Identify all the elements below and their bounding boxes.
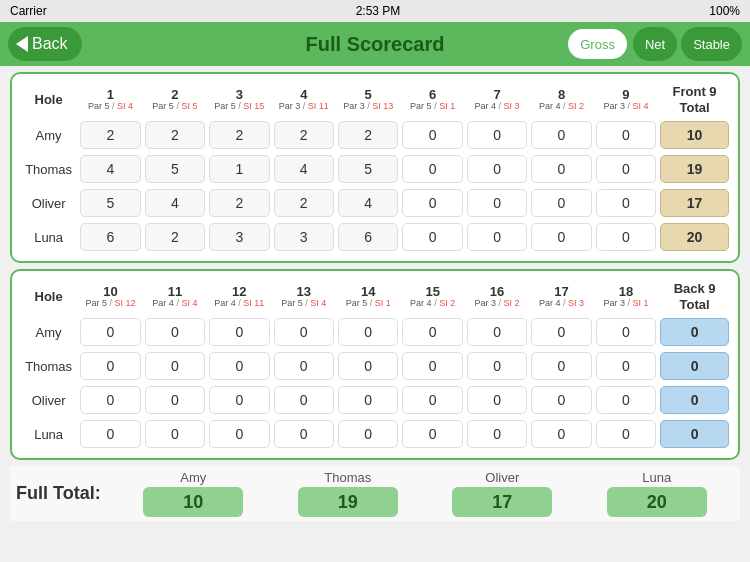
amy-hole5[interactable]: 2 [337,119,399,151]
thomas-hole17[interactable]: 0 [530,350,592,382]
oliver-hole12[interactable]: 0 [208,384,270,416]
luna-hole17[interactable]: 0 [530,418,592,450]
oliver-hole6[interactable]: 0 [401,187,463,219]
thomas-front-total: 19 [659,153,730,185]
oliver-hole1[interactable]: 5 [79,187,141,219]
amy-hole14[interactable]: 0 [337,316,399,348]
thomas-hole11[interactable]: 0 [144,350,206,382]
hole-6-header: 6 Par 5 / SI 1 [401,82,463,117]
oliver-hole11[interactable]: 0 [144,384,206,416]
oliver-hole10[interactable]: 0 [79,384,141,416]
amy-hole3[interactable]: 2 [208,119,270,151]
luna-hole6[interactable]: 0 [401,221,463,253]
hole-16-header: 16 Par 3 / SI 2 [466,279,528,314]
luna-hole10[interactable]: 0 [79,418,141,450]
back9-luna-row: Luna 0 0 0 0 0 0 0 0 0 0 [20,418,730,450]
hole-10-header: 10 Par 5 / SI 12 [79,279,141,314]
amy-hole13[interactable]: 0 [273,316,335,348]
amy-front-total: 10 [659,119,730,151]
oliver-hole5[interactable]: 4 [337,187,399,219]
hole-12-header: 12 Par 4 / SI 11 [208,279,270,314]
tab-stable[interactable]: Stable [681,27,742,61]
oliver-hole3[interactable]: 2 [208,187,270,219]
luna-hole13[interactable]: 0 [273,418,335,450]
thomas-hole14[interactable]: 0 [337,350,399,382]
oliver-hole9[interactable]: 0 [595,187,657,219]
amy-hole12[interactable]: 0 [208,316,270,348]
back-button-label: Back [32,35,68,53]
time-label: 2:53 PM [356,4,401,18]
luna-hole8[interactable]: 0 [530,221,592,253]
thomas-hole6[interactable]: 0 [401,153,463,185]
luna-hole2[interactable]: 2 [144,221,206,253]
oliver-hole18[interactable]: 0 [595,384,657,416]
luna-hole7[interactable]: 0 [466,221,528,253]
amy-hole2[interactable]: 2 [144,119,206,151]
thomas-hole16[interactable]: 0 [466,350,528,382]
oliver-hole14[interactable]: 0 [337,384,399,416]
tab-net[interactable]: Net [633,27,677,61]
oliver-hole17[interactable]: 0 [530,384,592,416]
hole-8-header: 8 Par 4 / SI 2 [530,82,592,117]
amy-hole6[interactable]: 0 [401,119,463,151]
amy-total-name: Amy [180,470,206,485]
thomas-hole8[interactable]: 0 [530,153,592,185]
full-total-label: Full Total: [16,483,116,504]
luna-hole11[interactable]: 0 [144,418,206,450]
hole-5-header: 5 Par 3 / SI 13 [337,82,399,117]
thomas-hole15[interactable]: 0 [401,350,463,382]
luna-hole1[interactable]: 6 [79,221,141,253]
amy-hole1[interactable]: 2 [79,119,141,151]
oliver-back-total: 0 [659,384,730,416]
full-total-section: Full Total: Amy 10 Thomas 19 Oliver 17 L… [10,466,740,521]
amy-hole4[interactable]: 2 [273,119,335,151]
amy-hole18[interactable]: 0 [595,316,657,348]
front9-luna-row: Luna 6 2 3 3 6 0 0 0 0 20 [20,221,730,253]
oliver-hole13[interactable]: 0 [273,384,335,416]
oliver-hole2[interactable]: 4 [144,187,206,219]
luna-hole18[interactable]: 0 [595,418,657,450]
front9-table: Hole 1 Par 5 / SI 4 2 Par 5 / SI 5 3 Par… [18,80,732,255]
back9-header-row: Hole 10 Par 5 / SI 12 11 Par 4 / SI 4 12… [20,279,730,314]
thomas-hole9[interactable]: 0 [595,153,657,185]
thomas-hole5[interactable]: 5 [337,153,399,185]
thomas-hole2[interactable]: 5 [144,153,206,185]
thomas-hole18[interactable]: 0 [595,350,657,382]
luna-hole3[interactable]: 3 [208,221,270,253]
tab-gross[interactable]: Gross [566,27,629,61]
thomas-hole7[interactable]: 0 [466,153,528,185]
back9-thomas-row: Thomas 0 0 0 0 0 0 0 0 0 0 [20,350,730,382]
thomas-hole3[interactable]: 1 [208,153,270,185]
back-button[interactable]: Back [8,27,82,61]
amy-hole15[interactable]: 0 [401,316,463,348]
back9-amy-row: Amy 0 0 0 0 0 0 0 0 0 0 [20,316,730,348]
amy-hole16[interactable]: 0 [466,316,528,348]
amy-hole8[interactable]: 0 [530,119,592,151]
front9-section: Hole 1 Par 5 / SI 4 2 Par 5 / SI 5 3 Par… [10,72,740,263]
luna-hole16[interactable]: 0 [466,418,528,450]
oliver-hole15[interactable]: 0 [401,384,463,416]
luna-hole12[interactable]: 0 [208,418,270,450]
luna-hole5[interactable]: 6 [337,221,399,253]
luna-hole9[interactable]: 0 [595,221,657,253]
oliver-hole8[interactable]: 0 [530,187,592,219]
oliver-hole16[interactable]: 0 [466,384,528,416]
amy-hole17[interactable]: 0 [530,316,592,348]
luna-hole15[interactable]: 0 [401,418,463,450]
thomas-hole10[interactable]: 0 [79,350,141,382]
amy-hole10[interactable]: 0 [79,316,141,348]
thomas-hole4[interactable]: 4 [273,153,335,185]
luna-hole4[interactable]: 3 [273,221,335,253]
oliver-full-total: 17 [452,487,552,517]
oliver-hole7[interactable]: 0 [466,187,528,219]
amy-hole11[interactable]: 0 [144,316,206,348]
thomas-hole13[interactable]: 0 [273,350,335,382]
luna-hole14[interactable]: 0 [337,418,399,450]
thomas-hole12[interactable]: 0 [208,350,270,382]
amy-hole7[interactable]: 0 [466,119,528,151]
oliver-hole4[interactable]: 2 [273,187,335,219]
oliver-front-total: 17 [659,187,730,219]
amy-hole9[interactable]: 0 [595,119,657,151]
thomas-hole1[interactable]: 4 [79,153,141,185]
oliver-total-col: Oliver 17 [442,470,562,517]
